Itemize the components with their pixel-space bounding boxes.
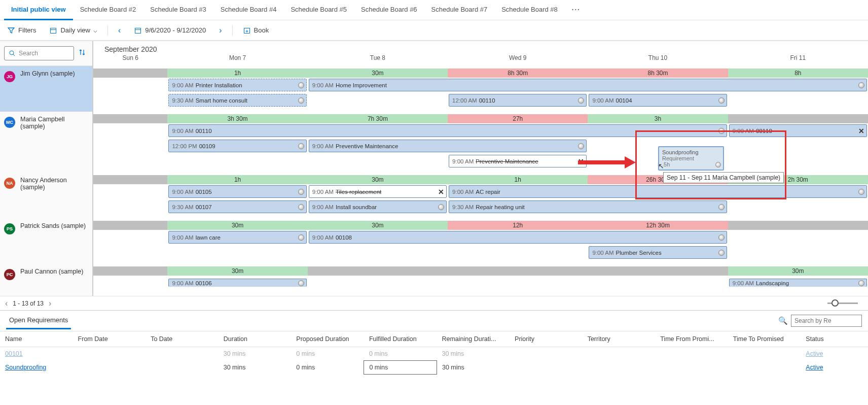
requirements-search[interactable] [791,315,862,327]
booking-label: Repair heating unit [476,204,525,210]
booking-time: 9:00 AM [172,280,193,286]
booking[interactable]: 9:00 AMlawn care [168,231,306,244]
filters-button[interactable]: Filters [4,24,39,37]
toolbar: Filters Daily view ⌵ ‹ 9/6/2020 - 9/12/2… [0,20,868,41]
column-header[interactable]: Time From Promi... [655,331,728,347]
booking[interactable]: 9:00 AM00108 [309,231,727,244]
booking[interactable]: 9:00 AMInstall soundbar [309,200,447,213]
booking-time: 9:00 AM [312,204,334,210]
sort-toggle[interactable] [78,48,88,58]
tab-initial-public-view[interactable]: Initial public view [4,0,73,20]
req-link[interactable]: 00101 [5,350,23,357]
status-link[interactable]: Active [806,350,823,357]
booking[interactable]: 9:00 AMPlumber Services [589,246,727,259]
booking-time: 9:00 AM [592,250,613,256]
column-header[interactable]: Fulfilled Duration [364,331,437,347]
status-link[interactable]: Active [806,364,823,371]
pager-prev[interactable]: ‹ [5,299,8,308]
booking[interactable]: 9:30 AMSmart home consult [168,94,306,107]
drag-preview-card[interactable]: Soundproofing Requirement .5h [658,146,724,171]
svg-marker-10 [625,156,636,168]
booking[interactable]: 9:00 AM00106 [168,279,306,287]
chevron-left-icon: ‹ [118,26,121,35]
table-cell: 30 mins [437,361,510,375]
book-button[interactable]: Book [240,24,272,37]
tab-schedule-board-6[interactable]: Schedule Board #6 [354,0,424,20]
column-header[interactable]: Time To Promised [728,331,801,347]
booking[interactable]: 9:00 AMPreventive Maintenance✕ [449,155,587,167]
date-range-label: 9/6/2020 - 9/12/2020 [145,26,206,34]
booking[interactable]: 9:00 AMLandscaping [729,279,867,287]
booking-time: 9:30 AM [172,97,193,104]
column-header[interactable]: Status [801,331,868,347]
table-cell [583,361,656,375]
summary-cell: 30m [728,266,868,276]
tab-schedule-board-5[interactable]: Schedule Board #5 [283,0,354,20]
pager-next[interactable]: › [49,299,51,308]
table-row[interactable]: 0010130 mins0 mins0 mins30 minsActive [0,347,868,361]
tab-schedule-board-8[interactable]: Schedule Board #8 [494,0,565,20]
column-header[interactable]: Priority [510,331,583,347]
column-header[interactable]: Duration [219,331,292,347]
tab-overflow[interactable]: ··· [565,0,588,20]
column-header[interactable]: Remaining Durati... [437,331,510,347]
resource-row[interactable]: NANancy Anderson (sample) [0,173,92,218]
booking[interactable]: 9:30 AMRepair heating unit [449,200,727,213]
tab-schedule-board-4[interactable]: Schedule Board #4 [213,0,284,20]
tab-schedule-board-3[interactable]: Schedule Board #3 [143,0,213,20]
booking-time: 9:00 AM [312,82,334,88]
table-cell: 0 mins [291,347,364,361]
booking[interactable]: 9:00 AM00110✕ [729,124,867,137]
resource-search[interactable]: Search [4,46,74,60]
summary-cell: 30m [308,221,448,230]
resource-row[interactable]: JGJim Glynn (sample) [0,66,92,112]
view-selector[interactable]: Daily view ⌵ [46,24,100,37]
prev-week-button[interactable]: ‹ [115,24,124,37]
resource-row[interactable]: PSPatrick Sands (sample) [0,218,92,264]
resource-row[interactable]: MCMaria Campbell (sample) [0,112,92,173]
table-cell [146,361,219,375]
resource-row[interactable]: PCPaul Cannon (sample) [0,264,92,288]
zoom-slider[interactable] [827,302,858,304]
column-header[interactable]: From Date [73,331,146,347]
requirements-table: NameFrom DateTo DateDurationProposed Dur… [0,331,868,375]
booking[interactable]: 9:00 AMPreventive Maintenance [309,140,587,152]
booking-label: Printer Installation [196,82,242,88]
booking[interactable]: 9:30 AM00107 [168,200,306,213]
booking[interactable]: 9:00 AM00105 [168,185,306,198]
tab-schedule-board-2[interactable]: Schedule Board #2 [73,0,143,20]
booking-time: 9:00 AM [733,280,754,286]
tab-schedule-board-7[interactable]: Schedule Board #7 [424,0,495,20]
close-icon[interactable]: ✕ [858,127,864,135]
schedule-grid: September 2020 Sun 6Mon 7Tue 8Wed 9Thu 1… [93,41,868,296]
next-week-button[interactable]: › [216,24,225,37]
summary-cell: 30m [167,266,307,276]
table-cell [655,361,728,375]
column-header[interactable]: Territory [583,331,656,347]
booking-label: AC repair [476,189,500,195]
booking-label: 00108 [336,234,352,241]
booking[interactable]: 9:00 AMTiles replacement✕ [309,185,447,198]
summary-cell: 12h [448,221,588,230]
tab-open-requirements[interactable]: Open Requirements [6,312,71,329]
close-icon[interactable]: ✕ [438,188,444,196]
arrow-icon [576,155,636,170]
column-header[interactable]: Name [0,331,73,347]
search-icon[interactable]: 🔍 [778,316,788,325]
column-header[interactable]: To Date [146,331,219,347]
date-range-picker[interactable]: 9/6/2020 - 9/12/2020 [131,24,209,37]
booking[interactable]: 9:00 AM00104 [589,94,727,107]
booking-label: Preventive Maintenance [336,143,398,149]
column-header[interactable]: Proposed Duration [291,331,364,347]
booking[interactable]: 9:00 AMPrinter Installation [168,79,306,91]
booking[interactable]: 9:00 AM00110 [168,124,727,137]
booking[interactable]: 12:00 PM00109 [168,140,306,152]
req-link[interactable]: Soundproofing [5,364,46,371]
summary-cell: 1h [167,175,307,184]
status-dot-icon [718,97,725,104]
table-row[interactable]: Soundproofing30 mins0 mins0 mins30 minsA… [0,361,868,375]
booking[interactable]: 12:00 AM00110 [449,94,587,107]
booking[interactable]: 9:00 AMHome Improvement [309,79,867,91]
booking[interactable]: 9:00 AMAC repair [449,185,867,198]
calendar-icon [49,26,57,35]
